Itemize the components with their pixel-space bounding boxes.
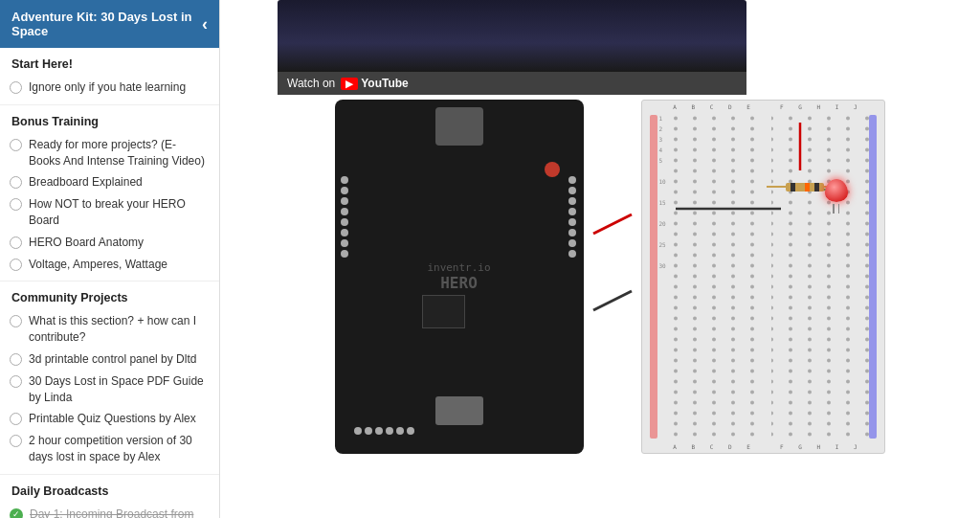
- wiring-diagram: [584, 100, 641, 454]
- item-3dprint-label: 3d printable control panel by Dltd: [29, 351, 196, 368]
- item-anatomy[interactable]: HERO Board Anatomy: [0, 232, 219, 254]
- item-day1[interactable]: ✓ Day 1: Incoming Broadcast from Inventr…: [0, 504, 219, 518]
- item-breadboard-label: Breadboard Explained: [29, 174, 143, 191]
- item-ebooks[interactable]: Ready for more projects? (E-Books And In…: [0, 134, 219, 172]
- radio-anatomy: [10, 236, 22, 249]
- youtube-label: YouTube: [361, 77, 409, 90]
- radio-3dprint: [10, 353, 22, 366]
- item-how-not-label: How NOT to break your HERO Board: [29, 196, 208, 229]
- radio-breadboard: [10, 176, 22, 189]
- led-component: [825, 179, 848, 214]
- sidebar-title: Adventure Kit: 30 Days Lost in Space: [11, 10, 202, 38]
- arduino-board: inventr.io HERO: [335, 100, 584, 454]
- item-breadboard[interactable]: Breadboard Explained: [0, 171, 219, 193]
- item-3dprint[interactable]: 3d printable control panel by Dltd: [0, 349, 219, 371]
- section-start-title: Start Here!: [0, 57, 219, 77]
- sidebar-chevron[interactable]: ‹: [202, 14, 208, 34]
- sidebar-header: Adventure Kit: 30 Days Lost in Space ‹: [0, 0, 219, 48]
- section-community: Community Projects What is this section?…: [0, 282, 219, 474]
- brand-text: inventr.io HERO: [427, 261, 490, 292]
- youtube-icon: ▶ YouTube: [341, 77, 409, 90]
- video-thumbnail: [278, 0, 746, 72]
- item-pdf-guide[interactable]: 30 Days Lost in Space PDF Guide by Linda: [0, 371, 219, 409]
- item-competition[interactable]: 2 hour competition version of 30 days lo…: [0, 430, 219, 468]
- svg-rect-12: [805, 183, 810, 191]
- item-voltage[interactable]: Voltage, Amperes, Wattage: [0, 254, 219, 276]
- svg-rect-11: [791, 183, 795, 191]
- watch-on-text: Watch on: [287, 77, 335, 90]
- radio-how-not: [10, 198, 22, 211]
- radio-pdf-guide: [10, 375, 22, 388]
- section-daily: Daily Broadcasts ✓ Day 1: Incoming Broad…: [0, 475, 219, 518]
- section-community-title: Community Projects: [0, 291, 219, 310]
- section-daily-title: Daily Broadcasts: [0, 484, 219, 504]
- item-ignore[interactable]: Ignore only if you hate learning: [0, 77, 219, 99]
- radio-ebooks: [10, 139, 22, 151]
- svg-line-0: [593, 214, 632, 234]
- section-bonus: Bonus Training Ready for more projects? …: [0, 105, 219, 282]
- item-competition-label: 2 hour competition version of 30 days lo…: [29, 433, 208, 465]
- sidebar-content: Start Here! Ignore only if you hate lear…: [0, 48, 219, 518]
- breadboard: ABCDEFGHIJ ABCDEFGHIJ 1 2 3 4 5 10 15 20: [641, 100, 885, 454]
- watch-bar[interactable]: Watch on ▶ YouTube: [278, 72, 746, 95]
- item-anatomy-label: HERO Board Anatomy: [29, 235, 144, 251]
- circuit-area: inventr.io HERO: [220, 95, 980, 463]
- item-day1-label: Day 1: Incoming Broadcast from InventrCo…: [30, 507, 208, 518]
- check-day1: ✓: [10, 508, 23, 518]
- svg-rect-3: [666, 113, 762, 439]
- item-ebooks-label: Ready for more projects? (E-Books And In…: [29, 137, 208, 169]
- item-what-section-label: What is this section? + how can I contri…: [29, 313, 208, 346]
- radio-quiz: [10, 413, 22, 425]
- video-area: Watch on ▶ YouTube: [249, 0, 746, 95]
- item-quiz[interactable]: Printable Quiz Questions by Alex: [0, 408, 219, 430]
- radio-what-section: [10, 315, 22, 327]
- svg-rect-13: [814, 183, 819, 191]
- item-how-not[interactable]: How NOT to break your HERO Board: [0, 193, 219, 232]
- item-quiz-label: Printable Quiz Questions by Alex: [29, 411, 196, 427]
- radio-voltage: [10, 259, 22, 271]
- item-voltage-label: Voltage, Amperes, Wattage: [29, 257, 167, 273]
- item-ignore-label: Ignore only if you hate learning: [29, 79, 186, 96]
- section-bonus-title: Bonus Training: [0, 115, 219, 134]
- sidebar: Adventure Kit: 30 Days Lost in Space ‹ S…: [0, 0, 220, 518]
- item-what-section[interactable]: What is this section? + how can I contri…: [0, 310, 219, 349]
- section-start: Start Here! Ignore only if you hate lear…: [0, 48, 219, 105]
- radio-ignore: [10, 81, 22, 94]
- radio-competition: [10, 435, 22, 447]
- svg-rect-4: [771, 113, 877, 439]
- item-pdf-guide-label: 30 Days Lost in Space PDF Guide by Linda: [29, 373, 208, 406]
- main-content: Watch on ▶ YouTube: [220, 0, 980, 518]
- svg-line-1: [593, 291, 632, 310]
